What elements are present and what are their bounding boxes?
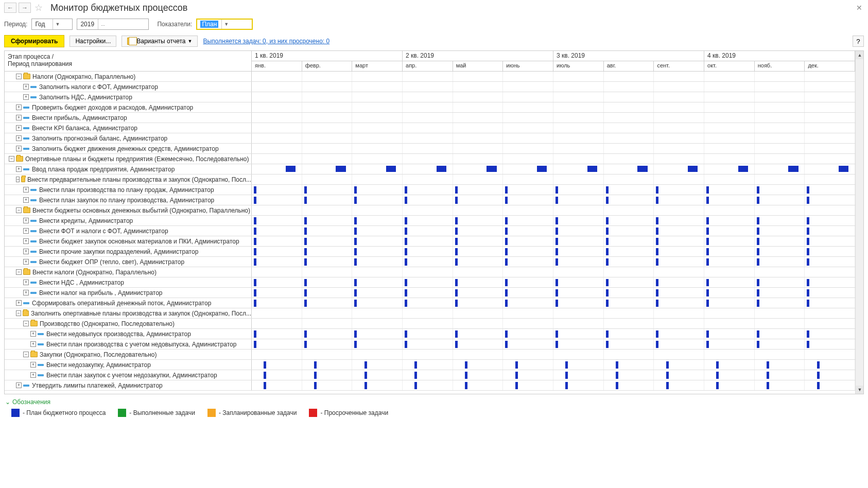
grid-row[interactable]: +Утвердить лимиты платежей, Администрато… [5,380,863,391]
expand-icon[interactable]: + [16,382,22,388]
grid-row[interactable]: −Внести бюджеты основных денежных выбыти… [5,205,863,216]
favorite-star-icon[interactable]: ☆ [33,2,44,13]
collapse-icon[interactable]: − [23,352,29,357]
month-col [805,102,855,112]
plan-bar [336,166,345,172]
grid-row[interactable]: −Закупки (Однократно, Последовательно) [5,350,863,360]
grid-row[interactable]: −Опертивные планы и бюджеты предприятия … [5,154,863,164]
month-col [553,154,604,164]
expand-icon[interactable]: + [16,166,22,172]
generate-button[interactable]: Сформировать [4,35,64,47]
grid-row[interactable]: +Внести ФОТ и налоги с ФОТ, Администрато… [5,226,863,236]
collapse-icon[interactable]: − [23,321,29,326]
grid-row[interactable]: +Внести недозакупку, Администратор [5,360,863,370]
grid-row[interactable]: −Налоги (Однократно, Параллельно) [5,72,863,82]
grid-row[interactable]: +Внести план производства с учетом недов… [5,339,863,350]
grid-row[interactable]: +Внести бюджет ОПР (тепло, свет), Админи… [5,257,863,267]
month-col [805,226,855,236]
grid-row[interactable]: +Проверить бюджет доходов и расходов, Ад… [5,102,863,113]
report-variants-button[interactable]: Варианты отчета ▼ [121,36,198,47]
grid-row[interactable]: +Сформировать оперативный денежный поток… [5,298,863,308]
expand-icon[interactable]: + [23,218,29,223]
grid-row[interactable]: +Внести план закупок по плану производст… [5,195,863,205]
plan-bar [757,197,759,204]
month-col [403,329,453,339]
grid-row[interactable]: +Внести прочие закупки подразделений, Ад… [5,247,863,257]
help-button[interactable]: ? [853,36,864,47]
back-button[interactable]: ← [4,3,16,13]
grid-row[interactable]: +Внести план производства по плану прода… [5,185,863,195]
collapse-icon[interactable]: − [16,74,22,79]
grid-row[interactable]: +Заполнить налоги с ФОТ, Администратор [5,82,863,92]
month-col [654,298,704,308]
task-icon [23,107,29,109]
grid-row[interactable]: +Внести KPI баланса, Администратор [5,123,863,133]
expand-icon[interactable]: + [23,94,29,100]
month-col [302,267,353,277]
expand-icon[interactable]: + [23,84,29,90]
close-icon[interactable]: ✕ [855,3,864,12]
grid-body[interactable]: −Налоги (Однократно, Параллельно)+Заполн… [5,72,863,394]
grid-row[interactable]: +Внести НДС , Администратор [5,277,863,288]
expand-icon[interactable]: + [30,331,36,337]
expand-icon[interactable]: + [23,197,29,203]
expand-icon[interactable]: + [23,187,29,193]
period-year-combo[interactable]: 2019 ... [77,19,149,30]
plan-bar [807,228,809,235]
forward-button[interactable]: → [19,3,31,13]
grid-row[interactable]: +Внести недовыпуск производства, Админис… [5,329,863,339]
expand-icon[interactable]: + [16,146,22,151]
grid-row[interactable]: +Внести план закупок с учетом недозакупк… [5,370,863,380]
expand-icon[interactable]: + [23,249,29,254]
month-col [604,185,654,195]
grid-row[interactable]: −Производство (Однократно, Последователь… [5,319,863,329]
chevron-down-icon[interactable]: ▼ [53,19,62,29]
collapse-icon[interactable]: − [16,269,22,275]
plan-bar [505,228,508,235]
chevron-down-icon[interactable]: ▼ [221,20,231,29]
grid-row[interactable]: +Заполнить НДС, Администратор [5,92,863,102]
collapse-icon[interactable]: − [16,207,22,213]
vertical-scrollbar[interactable]: ▲ ▼ [855,51,863,394]
collapse-icon[interactable]: − [16,177,20,182]
expand-icon[interactable]: + [16,104,22,110]
row-label-cell: −Внести налоги (Однократно, Параллельно) [5,267,252,277]
expand-icon[interactable]: + [23,280,29,285]
collapse-icon[interactable]: − [16,310,21,316]
plan-bar [354,330,357,338]
expand-icon[interactable]: + [16,115,22,120]
month-col [654,72,704,81]
grid-row[interactable]: +Заполнить прогнозный баланс, Администра… [5,133,863,144]
grid-row[interactable]: +Внести бюджет закупок основных материал… [5,236,863,247]
expand-icon[interactable]: + [23,228,29,234]
grid-row[interactable]: −Внести налоги (Однократно, Параллельно) [5,267,863,277]
expand-icon[interactable]: + [30,362,36,368]
period-type-combo[interactable]: Год ▼ [31,19,73,30]
grid-row[interactable]: −Внести предварительные планы производст… [5,175,863,185]
legend-toggle[interactable]: ⌄ Обозначения [5,398,863,406]
expand-icon[interactable]: + [16,125,22,131]
grid-row[interactable]: +Заполнить бюджет движения денежных сред… [5,144,863,154]
expand-icon[interactable]: + [23,259,29,265]
collapse-icon[interactable]: − [9,156,14,162]
expand-icon[interactable]: + [30,341,36,347]
expand-icon[interactable]: + [30,372,36,378]
grid-row[interactable]: +Внести налог на прибыль , Администратор [5,288,863,298]
scroll-down-icon[interactable]: ▼ [856,386,864,394]
month-col [755,113,805,123]
expand-icon[interactable]: + [16,300,22,306]
plan-bar [839,166,848,172]
grid-row[interactable]: −Заполнить опертиавные планы производств… [5,308,863,319]
grid-row[interactable]: +Внести кредиты, Администратор [5,216,863,226]
tasks-running-link[interactable]: Выполняется задач: 0, из них просрочено:… [203,38,329,45]
expand-icon[interactable]: + [16,135,22,141]
grid-row[interactable]: +Внести прибыль, Администратор [5,113,863,123]
scroll-up-icon[interactable]: ▲ [856,51,864,59]
settings-button[interactable]: Настройки... [70,36,116,47]
ellipsis-button[interactable]: ... [98,19,107,29]
month-col [755,92,805,102]
indicator-combo[interactable]: План ▼ [196,19,253,30]
expand-icon[interactable]: + [23,238,29,244]
expand-icon[interactable]: + [23,290,29,295]
grid-row[interactable]: +Ввод плана продаж предприятия, Админист… [5,164,863,175]
